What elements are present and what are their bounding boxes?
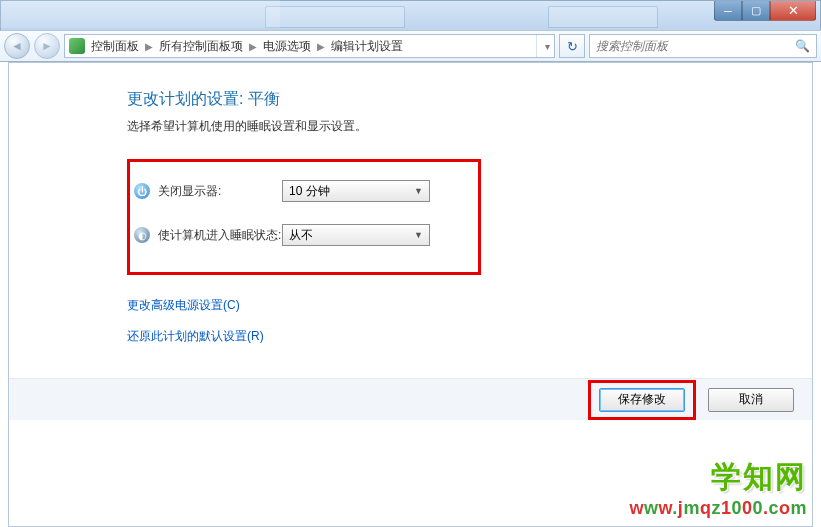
breadcrumb-item[interactable]: 编辑计划设置 bbox=[331, 38, 403, 55]
watermark: 学知网 www.jmqz1000.com bbox=[629, 457, 807, 519]
save-button[interactable]: 保存修改 bbox=[599, 388, 685, 412]
sleep-dropdown[interactable]: 从不 ▼ bbox=[282, 224, 430, 246]
address-bar[interactable]: 控制面板 ▶ 所有控制面板项 ▶ 电源选项 ▶ 编辑计划设置 ▾ bbox=[64, 34, 555, 58]
background-window-ghost bbox=[548, 6, 658, 28]
chevron-right-icon: ▶ bbox=[243, 41, 263, 52]
footer-bar: 保存修改 取消 bbox=[9, 378, 812, 420]
breadcrumb-item[interactable]: 电源选项 bbox=[263, 38, 311, 55]
watermark-title: 学知网 bbox=[629, 457, 807, 498]
setting-row-display-off: ⏻ 关闭显示器: 10 分钟 ▼ bbox=[134, 180, 466, 202]
breadcrumb-item[interactable]: 所有控制面板项 bbox=[159, 38, 243, 55]
minimize-button[interactable]: ─ bbox=[714, 1, 742, 21]
chevron-right-icon: ▶ bbox=[139, 41, 159, 52]
back-button[interactable]: ◄ bbox=[4, 33, 30, 59]
refresh-icon: ↻ bbox=[567, 39, 578, 54]
search-icon: 🔍 bbox=[795, 39, 810, 53]
address-dropdown-button[interactable]: ▾ bbox=[536, 35, 550, 57]
maximize-button[interactable]: ▢ bbox=[742, 1, 770, 21]
titlebar-decoration bbox=[0, 0, 280, 28]
refresh-button[interactable]: ↻ bbox=[559, 34, 585, 58]
monitor-icon: ⏻ bbox=[134, 183, 150, 199]
search-placeholder: 搜索控制面板 bbox=[596, 38, 668, 55]
moon-icon: ◐ bbox=[134, 227, 150, 243]
chevron-down-icon: ▼ bbox=[414, 186, 423, 196]
control-panel-icon bbox=[69, 38, 85, 54]
advanced-settings-link[interactable]: 更改高级电源设置(C) bbox=[127, 297, 804, 314]
highlight-annotation: ⏻ 关闭显示器: 10 分钟 ▼ ◐ 使计算机进入睡眠状态: 从不 ▼ bbox=[127, 159, 481, 275]
close-button[interactable]: ✕ bbox=[770, 1, 816, 21]
setting-label: 使计算机进入睡眠状态: bbox=[158, 227, 282, 244]
page-subtitle: 选择希望计算机使用的睡眠设置和显示设置。 bbox=[127, 118, 804, 135]
display-off-dropdown[interactable]: 10 分钟 ▼ bbox=[282, 180, 430, 202]
nav-toolbar: ◄ ► 控制面板 ▶ 所有控制面板项 ▶ 电源选项 ▶ 编辑计划设置 ▾ ↻ 搜… bbox=[0, 30, 821, 62]
breadcrumb-item[interactable]: 控制面板 bbox=[91, 38, 139, 55]
chevron-right-icon: ▶ bbox=[311, 41, 331, 52]
background-window-ghost bbox=[265, 6, 405, 28]
title-bar: ─ ▢ ✕ bbox=[0, 0, 821, 30]
restore-defaults-link[interactable]: 还原此计划的默认设置(R) bbox=[127, 328, 804, 345]
watermark-url: www.jmqz1000.com bbox=[629, 498, 807, 519]
dropdown-value: 10 分钟 bbox=[289, 183, 330, 200]
forward-button[interactable]: ► bbox=[34, 33, 60, 59]
chevron-down-icon: ▼ bbox=[414, 230, 423, 240]
search-input[interactable]: 搜索控制面板 🔍 bbox=[589, 34, 817, 58]
setting-row-sleep: ◐ 使计算机进入睡眠状态: 从不 ▼ bbox=[134, 224, 466, 246]
dropdown-value: 从不 bbox=[289, 227, 313, 244]
cancel-button[interactable]: 取消 bbox=[708, 388, 794, 412]
setting-label: 关闭显示器: bbox=[158, 183, 282, 200]
highlight-annotation: 保存修改 bbox=[588, 380, 696, 420]
page-title: 更改计划的设置: 平衡 bbox=[127, 89, 804, 110]
arrow-left-icon: ◄ bbox=[11, 39, 23, 53]
arrow-right-icon: ► bbox=[41, 39, 53, 53]
